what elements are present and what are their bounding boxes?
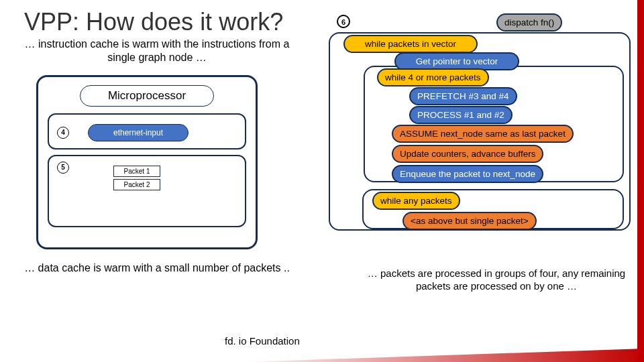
while-4-packets-pill: while 4 or more packets	[377, 68, 489, 86]
as-above-pill: <as above but single packet>	[402, 212, 537, 230]
ethernet-input-node: ethernet-input	[88, 124, 189, 141]
step4-icon: 4	[57, 127, 69, 139]
assume-pill: ASSUME next_node same as last packet	[392, 125, 574, 143]
caption-data-cache: … data cache is warm with a small number…	[9, 261, 305, 275]
accent-diagonal	[0, 349, 644, 362]
step5-icon: 5	[57, 162, 69, 174]
cache-box-2: 5 Packet 1 Packet 2	[48, 155, 246, 227]
dispatch-fn-pill: dispatch fn()	[496, 13, 562, 32]
get-pointer-pill: Get pointer to vector	[394, 52, 519, 70]
page-title: VPP: How does it work?	[24, 8, 283, 36]
step-number-icon: 6	[337, 15, 350, 28]
caption-groups-of-four: … packets are processed in groups of fou…	[362, 267, 631, 292]
packet-2: Packet 2	[113, 179, 160, 190]
footer-text: fd. io Foundation	[225, 335, 300, 347]
cache-box-1: 4 ethernet-input	[48, 113, 246, 149]
microprocessor-box: Microprocessor 4 ethernet-input 5 Packet…	[36, 75, 258, 249]
while-any-pill: while any packets	[372, 192, 460, 210]
prefetch-pill: PREFETCH #3 and #4	[409, 87, 517, 105]
while-packets-vector-pill: while packets in vector	[343, 35, 478, 53]
accent-bar-right	[637, 0, 644, 362]
microprocessor-title: Microprocessor	[80, 85, 214, 107]
process-pill: PROCESS #1 and #2	[409, 106, 513, 124]
enqueue-pill: Enqueue the packet to next_node	[392, 165, 543, 183]
caption-instruction-cache: … instruction cache is warm with the ins…	[9, 38, 305, 64]
update-pill: Update counters, advance buffers	[392, 145, 543, 163]
packet-1: Packet 1	[113, 166, 160, 177]
